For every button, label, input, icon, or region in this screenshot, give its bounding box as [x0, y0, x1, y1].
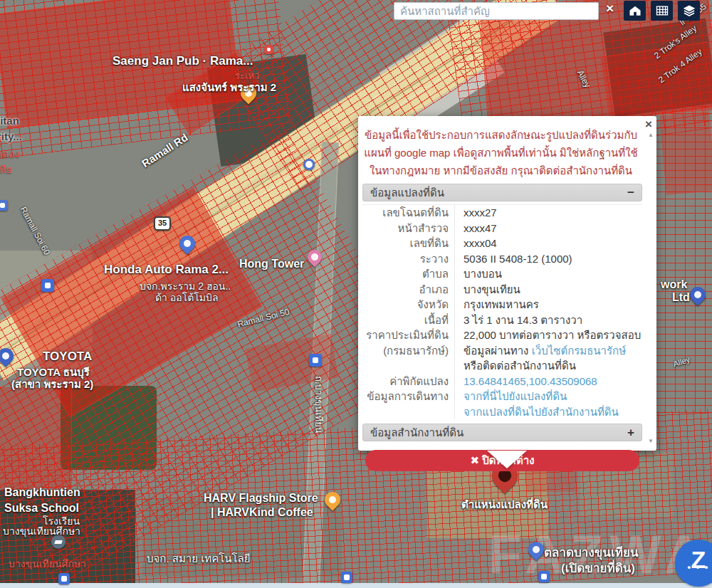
field-label: เลขโฉนดที่ดิน: [362, 205, 455, 221]
scroll-down-icon[interactable]: ▼: [648, 438, 654, 444]
field-value: กรุงเทพมหานคร: [455, 297, 642, 313]
field-text: xxxx47: [464, 222, 497, 234]
field-label: ราคาประเมินที่ดิน(กรมธนารักษ์): [362, 327, 455, 374]
field-value: 3 ไร่ 1 งาน 14.3 ตารางวา: [455, 313, 642, 328]
watermark-logo-dots: • • •: [675, 564, 712, 571]
section-title: ข้อมูลสำนักงานที่ดิน: [370, 426, 464, 439]
field-row: หน้าสำรวจxxxx47: [362, 221, 642, 236]
home-button[interactable]: [624, 1, 646, 21]
transit-icon[interactable]: [341, 572, 352, 583]
route-35-shield: 35: [154, 216, 171, 231]
toyota-pin[interactable]: [0, 348, 14, 364]
map-label: work: [661, 278, 687, 291]
transit-stop-icon[interactable]: [303, 159, 315, 170]
field-label: เลขที่ดิน: [362, 236, 455, 251]
route-parcel-to-office-link[interactable]: จากแปลงที่ดินไปยังสำนักงานที่ดิน: [464, 406, 619, 418]
field-text: xxxx04: [464, 237, 497, 249]
close-window-icon: ✖: [470, 454, 479, 466]
map-label: บจก. สมาย เทคโนโลยี: [147, 550, 251, 567]
parcel-fill: [660, 112, 712, 194]
field-value: บางบอน: [455, 266, 642, 282]
field-value: บางขุนเทียน: [455, 282, 642, 298]
transit-icon[interactable]: [538, 571, 550, 582]
hong-tower-pin[interactable]: [308, 250, 322, 264]
map-label: (เปิดขายที่ดิน): [561, 558, 635, 577]
map-label: litan: [0, 115, 19, 127]
map-label: Ltd: [672, 291, 690, 304]
map-label: บางขุนเทียนศึกษา: [9, 556, 86, 572]
coffee-pin[interactable]: [325, 492, 340, 508]
field-value: 22,000 บาทต่อตารางวา หรือตรวจสอบข้อมูลผ่…: [455, 327, 642, 374]
flag-pin-shape: [686, 283, 708, 305]
field-row: จังหวัดกรุงเทพมหานคร: [362, 297, 642, 313]
map-label: (สาขา พระราม 2): [11, 376, 93, 393]
map-label: ตำแหน่งแปลงที่ดิน: [461, 496, 548, 513]
shopping-pin[interactable]: [528, 542, 544, 557]
field-value: xxxx27: [455, 205, 642, 221]
map-label: คลอง: [0, 146, 19, 162]
field-value: จากที่นี่ไปยังแปลงที่ดินจากแปลงที่ดินไปย…: [455, 389, 642, 419]
disclaimer-text: ข้อมูลนี้เพื่อใช้ประกอบการแสดงลักษณะรูปแ…: [364, 126, 638, 179]
map-label: Saeng Jan Pub · Rama...: [112, 54, 253, 68]
shopping-pin[interactable]: [179, 236, 195, 251]
field-text: 5036 II 5408-12 (1000): [464, 253, 572, 265]
info-popup: × ▲ ▼ ข้อมูลนี้เพื่อใช้ประกอบการแสดงลักษ…: [358, 116, 656, 451]
field-text: กรุงเทพมหานคร: [464, 298, 539, 310]
map-label: Ramall Soi 60: [19, 205, 52, 257]
map-label: บางขุนเทียนศึกษา: [3, 523, 80, 539]
section-header-office[interactable]: ข้อมูลสำนักงานที่ดิน +: [362, 424, 642, 441]
map-label: rity...: [0, 130, 22, 142]
field-row: ระวาง5036 II 5408-12 (1000): [362, 251, 642, 267]
field-row: ราคาประเมินที่ดิน(กรมธนารักษ์)22,000 บาท…: [362, 327, 642, 374]
transit-icon[interactable]: [41, 279, 54, 292]
scroll-up-icon[interactable]: ▲: [648, 132, 654, 138]
field-text: บางบอน: [464, 268, 502, 280]
grid-icon: [655, 4, 669, 18]
route-2-icon[interactable]: [0, 200, 8, 211]
treasury-website-link[interactable]: เว็บไซต์กรมธนารักษ์: [532, 345, 626, 357]
section-header-parcel[interactable]: ข้อมูลแปลงที่ดิน −: [362, 184, 642, 201]
section-title: ข้อมูลแปลงที่ดิน: [370, 187, 444, 199]
transit-icon[interactable]: [309, 354, 322, 367]
parcel-fields: เลขโฉนดที่ดินxxxx27หน้าสำรวจxxxx47เลขที่…: [362, 204, 642, 419]
small-red-marker[interactable]: [264, 45, 273, 54]
map-label: เทีย: [0, 162, 11, 177]
app-window: 35 Saeng Jan Pub · Rama...ระเหว่แสงจันทร…: [0, 0, 712, 588]
map-label: แสงจันทร์ พระราม 2: [182, 79, 276, 96]
expand-icon: +: [627, 424, 634, 441]
collapse-icon: −: [627, 184, 634, 201]
field-row: ข้อมูลการเดินทางจากที่นี่ไปยังแปลงที่ดิน…: [362, 389, 642, 419]
map-label: Hong Tower: [239, 258, 304, 271]
flag-pin[interactable]: [690, 287, 706, 303]
popup-close-icon[interactable]: ×: [645, 117, 652, 132]
field-label: ระวาง: [362, 251, 455, 267]
field-row: เลขโฉนดที่ดินxxxx27: [362, 205, 642, 221]
shopping-pin-shape: [176, 232, 198, 254]
parcel-coordinates-link[interactable]: 13.64841465,100.43509068: [464, 375, 597, 387]
coffee-pin-shape: [321, 488, 343, 510]
transit-icon[interactable]: [58, 573, 70, 584]
field-label: หน้าสำรวจ: [362, 221, 455, 236]
field-row: เลขที่ดินxxxx04: [362, 236, 642, 251]
map-label: Honda Auto Rama 2...: [104, 263, 229, 277]
layers-button[interactable]: [678, 1, 700, 21]
field-label: จังหวัด: [362, 297, 455, 313]
field-label: ค่าพิกัดแปลง: [362, 374, 455, 389]
parcel-fill: [0, 388, 71, 488]
map-label: ถ.บางขุนเทียน: [311, 376, 326, 434]
map-label: TOYOTA: [43, 350, 92, 364]
home-icon: [628, 4, 642, 18]
clear-search-icon[interactable]: ×: [606, 1, 614, 16]
field-text: xxxx27: [464, 206, 497, 219]
field-row: ตำบลบางบอน: [362, 266, 642, 282]
field-label: เนื้อที่: [362, 313, 455, 328]
field-text: หรือติดต่อสำนักงานที่ดิน: [464, 359, 576, 372]
search-input[interactable]: [394, 2, 599, 20]
popup-tail: [487, 451, 527, 468]
field-label: ข้อมูลการเดินทาง: [362, 389, 455, 419]
map-label: HARV Flagship Store: [204, 492, 318, 505]
route-here-to-parcel-link[interactable]: จากที่นี่ไปยังแปลงที่ดิน: [464, 390, 567, 402]
field-row: ค่าพิกัดแปลง13.64841465,100.43509068: [362, 374, 642, 389]
map-label: Bangkhuntien: [4, 486, 80, 499]
grid-button[interactable]: [651, 1, 673, 21]
